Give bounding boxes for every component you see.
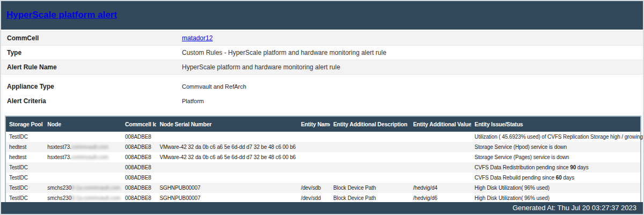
alert-report-page: HyperScale platform alert CommCell matad… [0,0,644,215]
cell-node [44,162,122,173]
cell-storage-pool: TestIDC [5,132,44,142]
cell-commcell-id: 008ADBE8 [122,162,156,173]
info-row-commcell: CommCell matador12 [1,31,643,46]
cell-entity-name [298,142,330,152]
cell-status: Utilization ( 45.6923% used) of CVFS Rep… [471,132,641,142]
cell-node-serial: VMware-42 32 da 0b c6 a6 5e 6d-dd d7 32 … [156,152,297,162]
cell-node-serial [156,162,297,173]
appliance-type-value: Commvault and RefArch [182,83,246,90]
cell-node: hsxtest73.commvault.com [44,142,122,152]
info-divider-gap [1,75,643,79]
column-header-commcell-id: Commcell Id [122,116,156,132]
cell-entity-name [298,132,330,142]
commcell-link[interactable]: matador12 [182,34,213,42]
info-row-type: Type Custom Rules - HyperScale platform … [1,46,643,60]
column-header-status: Entity Issue/Status [471,116,641,132]
cell-storage-pool: TestIDC [5,183,44,193]
table-row: TestIDCsmchs2308-1a.commvault.com008ADBE… [5,183,641,193]
cell-entity-add-desc [330,152,410,162]
alert-title-link[interactable]: HyperScale platform alert [6,10,117,20]
column-header-entity-name: Entity Name [298,116,330,132]
column-header-storage-pool: Storage Pool [5,116,44,132]
cell-entity-name: /dev/sdb [298,183,330,193]
cell-commcell-id: 008ADBE8 [122,173,156,183]
footer-bar: Generated At: Thu Jul 20 03:27:37 2023 [1,202,643,214]
cell-commcell-id: 008ADBE8 [122,152,156,162]
cell-entity-add-desc [330,142,410,152]
alert-criteria-value: Platform [182,98,204,104]
type-label: Type [1,49,182,56]
cell-commcell-id: 008ADBE8 [122,183,156,193]
column-header-entity-add-value: Entity Additional Value [410,116,472,132]
cell-storage-pool: hedtest [5,142,44,152]
redacted-node-text: 8-1a.commvault.com [71,195,120,201]
column-header-node: Node [44,116,122,132]
cell-status: CVFS Data Redistribution pending since 9… [471,162,641,173]
cell-entity-add-desc [330,173,410,183]
title-bar: HyperScale platform alert [1,1,643,30]
generated-at-text: Generated At: Thu Jul 20 03:27:37 2023 [513,204,636,212]
cell-node: smchs2308-1a.commvault.com [44,183,122,193]
info-row-alert-criteria: Alert Criteria Platform [1,94,643,108]
cell-entity-add-value [410,162,472,173]
alert-criteria-label: Alert Criteria [1,97,182,105]
table-row: hedtesthsxtest73.commvault.com008ADBE8VM… [5,152,641,162]
column-header-node-serial: Node Serial Number [156,116,297,132]
table-row: TestIDC008ADBE8Utilization ( 45.6923% us… [5,132,641,142]
cell-entity-name [298,173,330,183]
alert-rule-name-value: HyperScale platform and hardware monitor… [182,63,340,71]
cell-storage-pool: hedtest [5,152,44,162]
cell-entity-name [298,152,330,162]
cell-node [44,132,122,142]
cell-entity-add-value [410,142,472,152]
cell-entity-add-value: /hedvig/d4 [410,183,472,193]
entity-status-table: Storage PoolNodeCommcell IdNode Serial N… [5,116,641,204]
table-header-row: Storage PoolNodeCommcell IdNode Serial N… [5,116,641,132]
cell-node-serial [156,132,297,142]
cell-node-serial [156,173,297,183]
cell-entity-add-value [410,173,472,183]
table-row: TestIDC008ADBE8CVFS Data Rebuild pending… [5,173,641,183]
cell-storage-pool: TestIDC [5,162,44,173]
appliance-type-label: Appliance Type [1,83,182,90]
cell-node-serial: SGHNPUB00007 [156,183,297,193]
column-header-entity-add-desc: Entity Additional Description [330,116,410,132]
cell-status: CVFS Data Rebuild pending since 60 days [471,173,641,183]
redacted-node-text: commvault.com [71,154,108,160]
table-row: hedtesthsxtest73.commvault.com008ADBE8VM… [5,142,641,152]
cell-node-serial: VMware-42 32 da 0b c6 a6 5e 6d-dd d7 32 … [156,142,297,152]
type-value: Custom Rules - HyperScale platform and h… [182,49,386,56]
cell-status: Storage Service (Pages) service is down [471,152,641,162]
cell-entity-name [298,162,330,173]
cell-status: Storage Service (Hpod) service is down [471,142,641,152]
alert-info-section: CommCell matador12 Type Custom Rules - H… [1,31,643,108]
cell-commcell-id: 008ADBE8 [122,142,156,152]
table-row: TestIDC008ADBE8CVFS Data Redistribution … [5,162,641,173]
cell-entity-add-value [410,132,472,142]
cell-node: hsxtest73.commvault.com [44,152,122,162]
redacted-node-text: 8-1a.commvault.com [71,185,120,191]
redacted-node-text: commvault.com [71,144,108,150]
alert-rule-name-label: Alert Rule Name [1,63,182,71]
cell-entity-add-desc [330,132,410,142]
cell-status: High Disk Utilization( 96% used) [471,183,641,193]
cell-entity-add-value [410,152,472,162]
info-row-appliance-type: Appliance Type Commvault and RefArch [1,79,643,94]
cell-entity-add-desc: Block Device Path [330,183,410,193]
cell-node [44,173,122,183]
cell-storage-pool: TestIDC [5,173,44,183]
cell-commcell-id: 008ADBE8 [122,132,156,142]
cell-entity-add-desc [330,162,410,173]
info-row-alert-rule-name: Alert Rule Name HyperScale platform and … [1,60,643,75]
commcell-label: CommCell [1,34,182,42]
